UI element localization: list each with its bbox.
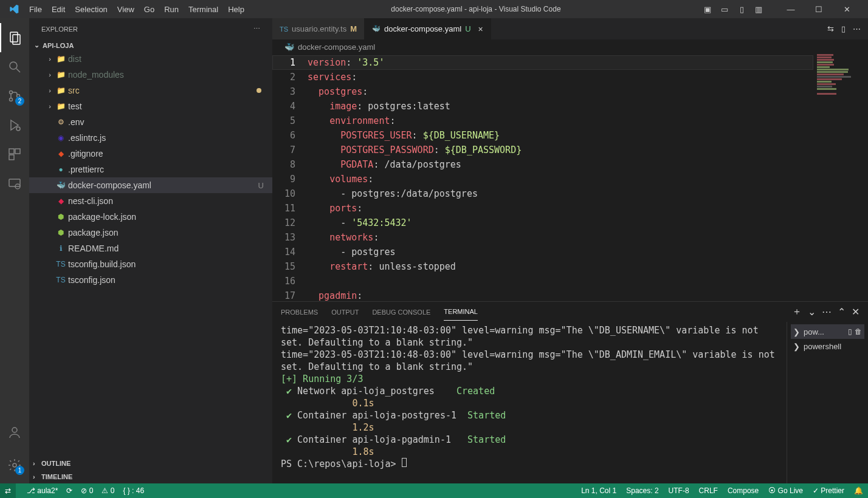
- main-area: 2 1 EXPLORER ⋯ ⌄ API-LOJA ›📁dist›📁node_m…: [0, 18, 868, 483]
- status-sync-icon[interactable]: ⟳: [66, 486, 72, 495]
- tab-docker-compose.yaml[interactable]: 🐳docker-compose.yamlU×: [365, 18, 491, 39]
- code-content[interactable]: version: '3.5'services: postgres: image:…: [308, 54, 868, 301]
- svg-line-3: [16, 69, 20, 72]
- menu-file[interactable]: File: [24, 2, 47, 16]
- project-row[interactable]: ⌄ API-LOJA: [29, 39, 272, 51]
- menu-run[interactable]: Run: [159, 2, 184, 16]
- file-package.json[interactable]: ⬢package.json: [29, 225, 272, 240]
- terminal-new-icon[interactable]: ＋: [792, 305, 802, 318]
- activity-search-icon[interactable]: [0, 52, 29, 81]
- layout-sidebar-left-icon[interactable]: ▣: [703, 4, 712, 14]
- svg-point-2: [10, 62, 17, 69]
- svg-rect-0: [10, 32, 18, 42]
- file-package-lock.json[interactable]: ⬢package-lock.json: [29, 209, 272, 225]
- terminal-output[interactable]: time="2023-05-03T21:10:48-03:00" level=w…: [272, 322, 787, 483]
- line-gutter: 1234567891011121314151617: [272, 54, 308, 301]
- status-branch[interactable]: ⎇ aula2*: [27, 486, 58, 495]
- status-prettier[interactable]: ✓ Prettier: [813, 486, 844, 495]
- file-README.md[interactable]: ℹREADME.md: [29, 240, 272, 256]
- status-language[interactable]: Compose: [728, 486, 759, 495]
- activity-extensions-icon[interactable]: [0, 140, 29, 169]
- window-minimize-icon[interactable]: —: [777, 0, 805, 18]
- panel-maximize-icon[interactable]: ⌃: [838, 306, 846, 318]
- activity-explorer-icon[interactable]: [0, 23, 29, 52]
- window-maximize-icon[interactable]: ☐: [805, 0, 833, 18]
- status-eol[interactable]: CRLF: [699, 486, 718, 495]
- editor-body[interactable]: 1234567891011121314151617 version: '3.5'…: [272, 54, 868, 301]
- menu-selection[interactable]: Selection: [70, 2, 112, 16]
- kill-terminal-icon[interactable]: 🗑: [855, 327, 862, 336]
- file-nest-cli.json[interactable]: ◆nest-cli.json: [29, 193, 272, 209]
- terminal-more-icon[interactable]: ⋯: [822, 306, 832, 318]
- file-.prettierrc[interactable]: ●.prettierrc: [29, 162, 272, 177]
- panel-close-icon[interactable]: ✕: [852, 306, 859, 318]
- split-terminal-icon[interactable]: ▯: [848, 327, 852, 336]
- status-brackets[interactable]: { } : 46: [123, 486, 144, 495]
- file-.eslintrc.js[interactable]: ◉.eslintrc.js: [29, 130, 272, 146]
- file-dist[interactable]: ›📁dist: [29, 51, 272, 67]
- status-encoding[interactable]: UTF-8: [669, 486, 689, 495]
- layout-panel-icon[interactable]: ▭: [720, 4, 729, 14]
- status-errors[interactable]: ⊘ 0: [81, 486, 93, 495]
- file-tsconfig.json[interactable]: TStsconfig.json: [29, 272, 272, 288]
- status-golive[interactable]: ⦿ Go Live: [768, 486, 803, 495]
- breadcrumb-label: docker-compose.yaml: [298, 43, 375, 52]
- file-test[interactable]: ›📁test: [29, 98, 272, 114]
- file-tree: ›📁dist›📁node_modules›📁src›📁test⚙.env◉.es…: [29, 51, 272, 457]
- sidebar-title: EXPLORER: [41, 26, 78, 33]
- compare-icon[interactable]: ⇆: [827, 24, 834, 33]
- activity-settings-icon[interactable]: 1: [0, 451, 29, 480]
- layout-customize-icon[interactable]: ▥: [754, 4, 763, 14]
- status-spaces[interactable]: Spaces: 2: [626, 486, 658, 495]
- menu-go[interactable]: Go: [139, 2, 159, 16]
- menu-view[interactable]: View: [112, 2, 139, 16]
- svg-rect-10: [15, 149, 20, 154]
- file-.env[interactable]: ⚙.env: [29, 114, 272, 130]
- file-docker-compose.yaml[interactable]: 🐳docker-compose.yamlU: [29, 177, 272, 193]
- terminal-list: ❯pow...▯🗑❯powershell: [787, 322, 868, 483]
- svg-rect-11: [9, 155, 14, 160]
- file-node_modules[interactable]: ›📁node_modules: [29, 67, 272, 83]
- terminal-entry[interactable]: ❯powershell: [791, 339, 864, 353]
- panel-tab-debug-console[interactable]: DEBUG CONSOLE: [372, 304, 430, 321]
- timeline-section[interactable]: ›TIMELINE: [29, 470, 272, 483]
- activity-account-icon[interactable]: [0, 418, 29, 447]
- breadcrumb[interactable]: 🐳 docker-compose.yaml: [272, 39, 868, 54]
- file-tsconfig.build.json[interactable]: TStsconfig.build.json: [29, 256, 272, 272]
- status-remote-icon[interactable]: ⇄: [0, 483, 16, 498]
- panel-tab-output[interactable]: OUTPUT: [331, 304, 359, 321]
- window-close-icon[interactable]: ✕: [833, 0, 861, 18]
- menu-edit[interactable]: Edit: [47, 2, 70, 16]
- more-icon[interactable]: ⋯: [853, 24, 861, 33]
- activity-remote-icon[interactable]: [0, 169, 29, 198]
- file-.gitignore[interactable]: ◆.gitignore: [29, 146, 272, 162]
- panel-tab-terminal[interactable]: TERMINAL: [444, 303, 478, 321]
- status-cursor-position[interactable]: Ln 1, Col 1: [581, 486, 616, 495]
- project-name: API-LOJA: [43, 42, 74, 49]
- sidebar-more-icon[interactable]: ⋯: [253, 25, 260, 33]
- tab-usuario.entity.ts[interactable]: TSusuario.entity.tsM: [272, 18, 365, 39]
- docker-icon: 🐳: [284, 43, 294, 52]
- svg-point-8: [16, 127, 20, 131]
- status-warnings[interactable]: ⚠ 0: [102, 486, 114, 495]
- terminal-entry[interactable]: ❯pow...▯🗑: [791, 324, 864, 339]
- layout-sidebar-right-icon[interactable]: ▯: [737, 4, 746, 14]
- activity-run-icon[interactable]: [0, 111, 29, 140]
- menu-terminal[interactable]: Terminal: [184, 2, 223, 16]
- editor-tabs: TSusuario.entity.tsM🐳docker-compose.yaml…: [272, 18, 868, 39]
- terminal-dropdown-icon[interactable]: ⌄: [808, 306, 816, 318]
- activity-scm-icon[interactable]: 2: [0, 81, 29, 111]
- file-src[interactable]: ›📁src: [29, 83, 272, 98]
- menu-help[interactable]: Help: [223, 2, 249, 16]
- minimap[interactable]: [817, 54, 859, 151]
- status-bar: ⇄ ⎇ aula2* ⟳ ⊘ 0 ⚠ 0 { } : 46 Ln 1, Col …: [0, 483, 868, 498]
- panel-body: time="2023-05-03T21:10:48-03:00" level=w…: [272, 322, 868, 483]
- svg-point-4: [10, 91, 13, 94]
- panel-tabs: PROBLEMSOUTPUTDEBUG CONSOLETERMINAL＋⌄⋯⌃✕: [272, 302, 868, 322]
- split-icon[interactable]: ▯: [841, 24, 846, 33]
- status-bell-icon[interactable]: 🔔: [854, 486, 863, 495]
- svg-point-15: [13, 463, 16, 467]
- outline-section[interactable]: ›OUTLINE: [29, 457, 272, 470]
- panel-tab-problems[interactable]: PROBLEMS: [281, 304, 318, 321]
- tab-close-icon[interactable]: ×: [478, 24, 483, 34]
